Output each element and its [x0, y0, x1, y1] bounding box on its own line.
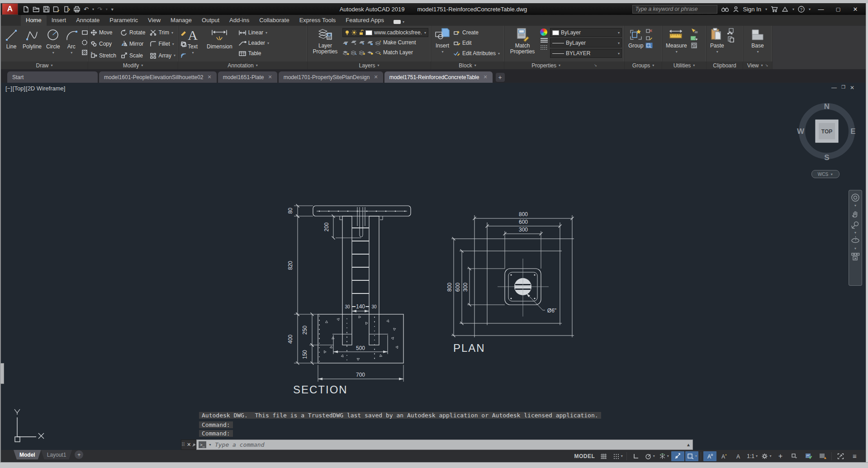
drawing-minimize-icon[interactable]: —: [831, 85, 837, 91]
zoom-dropdown-icon[interactable]: ▼: [854, 232, 857, 234]
drawing-restore-icon[interactable]: ❐: [841, 85, 845, 91]
ortho-toggle[interactable]: [629, 451, 642, 461]
layout-tab-model[interactable]: Model: [14, 450, 41, 459]
group-edit-icon[interactable]: [645, 35, 653, 41]
isolate-objects-button[interactable]: [788, 451, 801, 461]
isometric-drafting-toggle[interactable]: ▾: [657, 451, 670, 461]
tab-manage[interactable]: Manage: [166, 15, 197, 26]
sign-in-dropdown-icon[interactable]: ▾: [765, 7, 767, 11]
panel-groups-expand-icon[interactable]: ▾: [652, 63, 654, 67]
close-tab-icon[interactable]: ✕: [483, 74, 487, 80]
dimension-button[interactable]: Dimension: [205, 27, 234, 61]
workspace-switching-button[interactable]: ▾: [760, 451, 773, 461]
cut-icon[interactable]: [727, 28, 735, 34]
panel-label-properties[interactable]: Properties▾↘: [504, 61, 624, 69]
tab-parametric[interactable]: Parametric: [104, 15, 143, 26]
match-layer-icon[interactable]: [375, 50, 382, 55]
a360-dropdown-icon[interactable]: ▾: [792, 7, 794, 11]
tab-featured-apps[interactable]: Featured Apps: [341, 15, 389, 26]
grid-display-toggle[interactable]: [597, 451, 610, 461]
command-palette-grip[interactable]: ⠿ ✕: [181, 440, 196, 450]
edit-block-button[interactable]: Edit: [453, 38, 500, 47]
mirror-button[interactable]: Mirror: [121, 39, 145, 48]
trim-button[interactable]: Trim▾: [150, 28, 175, 37]
select-objects-icon[interactable]: [690, 35, 698, 41]
orbit-dropdown-icon[interactable]: ▼: [854, 247, 857, 250]
leader-button[interactable]: Leader▾: [238, 38, 269, 47]
show-motion-icon[interactable]: [851, 252, 860, 261]
scale-button[interactable]: Scale: [121, 51, 145, 60]
help-dropdown-icon[interactable]: ▾: [809, 7, 811, 11]
orbit-icon[interactable]: [851, 236, 860, 245]
file-tab-model1701[interactable]: model1701-PropertySitePlanDesign✕: [279, 71, 383, 83]
match-layer-label[interactable]: Match Layer: [383, 49, 413, 56]
array-button[interactable]: Array▾: [150, 51, 175, 60]
panel-label-layers[interactable]: Layers▾: [308, 61, 431, 69]
base-button[interactable]: Base ▾: [749, 27, 767, 61]
viewcube-south[interactable]: S: [824, 153, 829, 162]
array-dropdown-icon[interactable]: ▾: [174, 53, 175, 57]
isometric-dropdown-icon[interactable]: ▾: [667, 454, 669, 458]
status-menu-button[interactable]: ≡: [848, 451, 861, 461]
panel-view-launcher-icon[interactable]: ↘: [765, 63, 768, 67]
new-file-icon[interactable]: [23, 6, 29, 13]
pan-hand-icon[interactable]: [851, 209, 860, 218]
stretch-button[interactable]: Stretch: [90, 51, 116, 60]
arc-dropdown-icon[interactable]: ▾: [71, 50, 72, 56]
search-input[interactable]: [632, 5, 717, 14]
leader-dropdown-icon[interactable]: ▾: [267, 41, 269, 45]
paste-dropdown-icon[interactable]: ▾: [716, 49, 718, 55]
layout-tab-layout1[interactable]: Layout1: [41, 450, 72, 459]
copy-button[interactable]: Copy: [90, 39, 116, 48]
object-color-combo[interactable]: ByLayer▾: [550, 28, 622, 37]
wheel-dropdown-icon[interactable]: ▼: [854, 204, 857, 207]
save-to-mobile-icon[interactable]: [63, 6, 70, 13]
ribbon-toggle-dropdown-icon[interactable]: ▾: [403, 20, 404, 24]
file-tab-start[interactable]: Start: [7, 71, 98, 83]
tab-annotate[interactable]: Annotate: [71, 15, 104, 26]
match-properties-button[interactable]: Match Properties: [507, 27, 538, 61]
customization-plus-button[interactable]: +: [774, 451, 787, 461]
annotation-scale-icon[interactable]: A: [731, 451, 745, 461]
layer-lock-icon[interactable]: [367, 40, 374, 45]
command-recent-dropdown-icon[interactable]: ▼: [209, 444, 212, 446]
polar-tracking-toggle[interactable]: ▾: [643, 451, 656, 461]
panel-label-utilities[interactable]: Utilities▾: [662, 61, 706, 69]
viewport-menu-control[interactable]: [−]: [5, 85, 12, 92]
tab-collaborate[interactable]: Collaborate: [254, 15, 294, 26]
panel-modify-expand-icon[interactable]: ▾: [141, 63, 143, 67]
autodesk-a360-icon[interactable]: [782, 6, 788, 12]
tab-express-tools[interactable]: Express Tools: [294, 15, 341, 26]
create-block-button[interactable]: Create: [453, 28, 500, 37]
osnap-tracking-toggle[interactable]: [671, 451, 684, 461]
make-current-label[interactable]: Make Current: [383, 39, 416, 46]
group-selection-toggle-icon[interactable]: [645, 43, 653, 48]
model-paper-toggle[interactable]: MODEL: [573, 451, 596, 461]
copy-clip-icon[interactable]: [727, 36, 735, 43]
new-layout-button[interactable]: +: [75, 450, 83, 459]
viewport-view-control[interactable]: [Top]: [13, 85, 25, 92]
layer-thaw-sun-icon[interactable]: [351, 30, 357, 35]
close-button[interactable]: ✕: [849, 6, 862, 13]
tab-output[interactable]: Output: [197, 15, 224, 26]
drawing-close-icon[interactable]: ✕: [850, 85, 854, 91]
circle-button[interactable]: Circle ▾: [45, 27, 62, 61]
layer-select-combo[interactable]: www.cadblocksfree. ▾: [342, 28, 428, 37]
new-drawing-tab-button[interactable]: +: [496, 73, 505, 82]
app-store-cart-icon[interactable]: [771, 6, 778, 12]
layer-on-bulb-icon[interactable]: [345, 30, 350, 35]
layer-state-icon-2[interactable]: [351, 50, 357, 55]
layer-freeze-icon[interactable]: [359, 40, 365, 45]
circle-dropdown-icon[interactable]: ▾: [52, 50, 54, 56]
save-as-icon[interactable]: [53, 6, 60, 13]
layer-off-icon[interactable]: [342, 40, 349, 45]
layer-combo-dropdown-icon[interactable]: ▾: [424, 31, 426, 35]
zoom-extents-icon[interactable]: [851, 220, 860, 229]
annotation-autoscale-toggle[interactable]: A: [717, 451, 730, 461]
insert-dropdown-icon[interactable]: ▾: [441, 49, 443, 55]
layer-state-icon-4[interactable]: [367, 50, 374, 55]
command-input-row[interactable]: >_ ▼ ▲: [196, 440, 693, 450]
search-binoculars-icon[interactable]: [721, 6, 729, 12]
autocad-logo[interactable]: A: [2, 3, 18, 15]
quick-select-icon[interactable]: [690, 28, 698, 34]
